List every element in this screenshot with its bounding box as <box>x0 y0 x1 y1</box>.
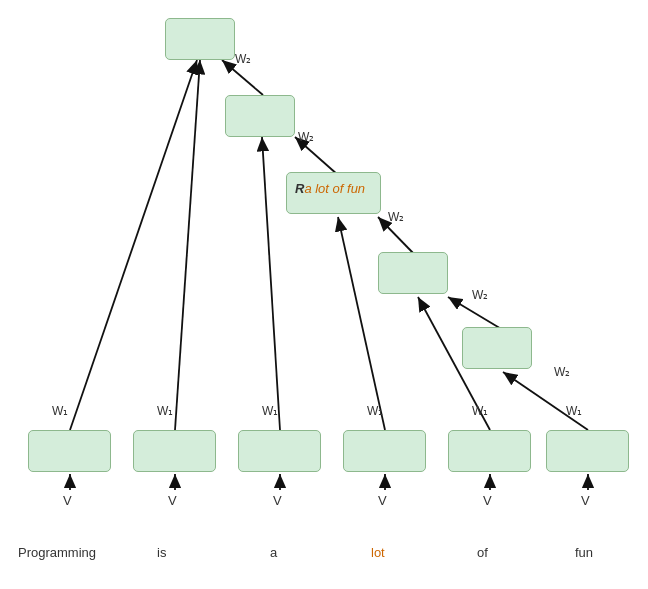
node-b3 <box>238 430 321 472</box>
v-label-6: V <box>581 493 590 508</box>
arrows-svg <box>0 0 648 589</box>
v-label-4: V <box>378 493 387 508</box>
w2-label-5: W₂ <box>554 365 570 379</box>
svg-line-1 <box>70 60 197 430</box>
w1-label-6: W₁ <box>566 404 582 418</box>
word-fun: fun <box>575 545 593 560</box>
svg-line-3 <box>262 137 280 430</box>
svg-line-2 <box>175 60 200 430</box>
node-b5 <box>448 430 531 472</box>
v-label-3: V <box>273 493 282 508</box>
word-lot: lot <box>371 545 385 560</box>
node-2 <box>225 95 295 137</box>
w2-label-2: W₂ <box>298 130 314 144</box>
word-a: a <box>270 545 277 560</box>
diagram-canvas: Ra lot of fun W₂ W₂ W₂ W₂ W₂ W₁ W₁ W₁ W₁… <box>0 0 648 589</box>
node-5 <box>462 327 532 369</box>
node-r: Ra lot of fun <box>286 172 381 214</box>
w1-label-3: W₁ <box>262 404 278 418</box>
node-b6 <box>546 430 629 472</box>
w1-label-4: W₁ <box>367 404 383 418</box>
node-b4 <box>343 430 426 472</box>
node-4 <box>378 252 448 294</box>
node-b2 <box>133 430 216 472</box>
r-label: Ra lot of fun <box>295 181 365 196</box>
w1-label-5: W₁ <box>472 404 488 418</box>
w1-label-2: W₁ <box>157 404 173 418</box>
svg-line-4 <box>338 217 385 430</box>
word-is: is <box>157 545 166 560</box>
w2-label-3: W₂ <box>388 210 404 224</box>
w2-label-4: W₂ <box>472 288 488 302</box>
node-top <box>165 18 235 60</box>
word-programming: Programming <box>18 545 96 560</box>
w1-label-1: W₁ <box>52 404 68 418</box>
v-label-5: V <box>483 493 492 508</box>
node-b1 <box>28 430 111 472</box>
v-label-1: V <box>63 493 72 508</box>
svg-line-6 <box>503 372 588 430</box>
v-label-2: V <box>168 493 177 508</box>
word-of: of <box>477 545 488 560</box>
w2-label-1: W₂ <box>235 52 251 66</box>
r-subscript: a lot of fun <box>304 181 365 196</box>
